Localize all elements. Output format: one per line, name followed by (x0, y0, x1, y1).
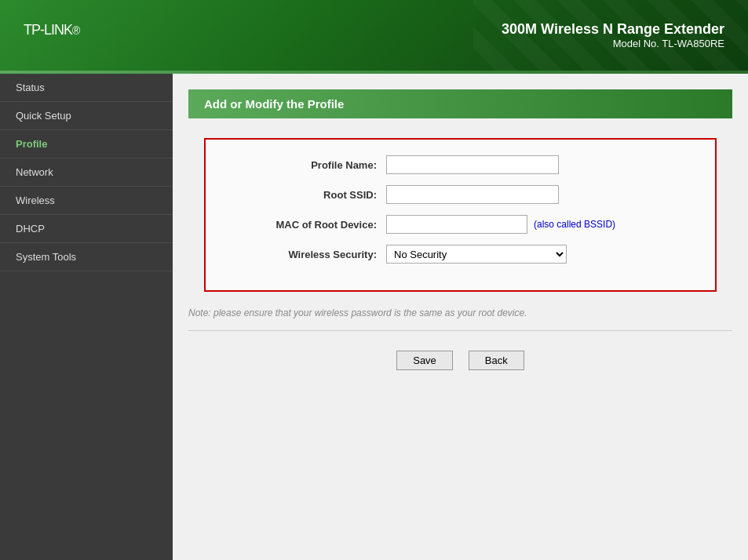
bssid-note: (also called BSSID) (534, 219, 615, 230)
sidebar: Status Quick Setup Profile Network Wirel… (0, 74, 173, 560)
mac-row: MAC of Root Device: (also called BSSID) (229, 215, 691, 234)
header: TP-LINK® 300M Wireless N Range Extender … (0, 0, 748, 71)
header-right: 300M Wireless N Range Extender Model No.… (502, 21, 724, 49)
divider (188, 330, 732, 331)
save-button[interactable]: Save (396, 351, 453, 370)
page-title: Add or Modify the Profile (204, 97, 344, 111)
back-button[interactable]: Back (469, 351, 524, 370)
logo-tm: ® (72, 24, 79, 37)
root-ssid-input[interactable] (386, 185, 559, 204)
sidebar-item-quick-setup[interactable]: Quick Setup (0, 102, 173, 130)
content-area: Add or Modify the Profile Profile Name: … (173, 74, 748, 560)
model-number: Model No. TL-WA850RE (502, 38, 724, 49)
button-row: Save Back (173, 343, 748, 386)
profile-form-section: Profile Name: Root SSID: MAC of Root Dev… (204, 138, 717, 292)
profile-name-row: Profile Name: (229, 155, 691, 174)
mac-label: MAC of Root Device: (229, 219, 386, 231)
sidebar-item-status[interactable]: Status (0, 74, 173, 102)
sidebar-item-dhcp[interactable]: DHCP (0, 215, 173, 243)
profile-name-input[interactable] (386, 155, 559, 174)
sidebar-item-wireless[interactable]: Wireless (0, 187, 173, 215)
sidebar-item-network[interactable]: Network (0, 158, 173, 187)
product-name: 300M Wireless N Range Extender (502, 21, 724, 38)
profile-name-label: Profile Name: (229, 159, 386, 171)
main-layout: Status Quick Setup Profile Network Wirel… (0, 74, 748, 560)
mac-input[interactable] (386, 215, 527, 234)
sidebar-item-system-tools[interactable]: System Tools (0, 243, 173, 271)
root-ssid-row: Root SSID: (229, 185, 691, 204)
note-text: Note: please ensure that your wireless p… (188, 307, 732, 318)
logo: TP-LINK® (24, 19, 79, 52)
page-title-bar: Add or Modify the Profile (188, 89, 732, 118)
logo-text: TP-LINK (24, 22, 72, 38)
security-row: Wireless Security: No Security WPA-PSK/W… (229, 245, 691, 264)
sidebar-item-profile[interactable]: Profile (0, 130, 173, 158)
root-ssid-label: Root SSID: (229, 189, 386, 201)
security-select[interactable]: No Security WPA-PSK/WPA2-PSK WEP (386, 245, 567, 264)
security-label: Wireless Security: (229, 249, 386, 260)
